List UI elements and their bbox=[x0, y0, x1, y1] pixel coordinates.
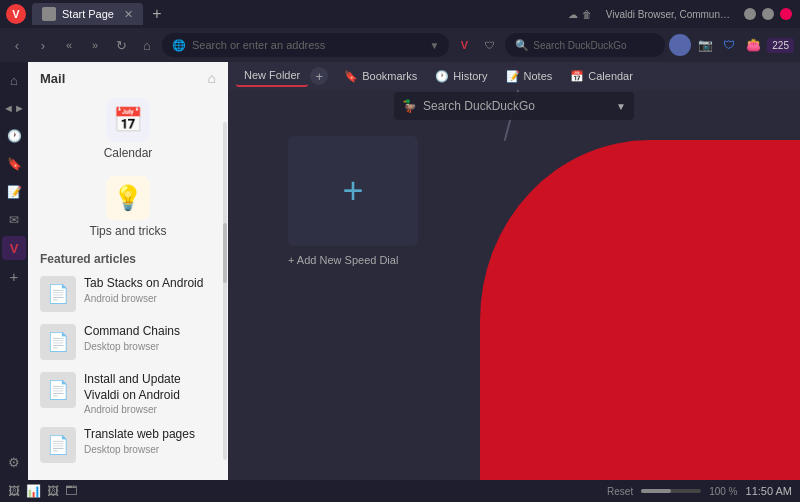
article-thumb-0: 📄 bbox=[40, 276, 76, 312]
panel-scrollbar bbox=[223, 122, 227, 460]
tab-label: Start Page bbox=[62, 8, 114, 20]
shield-icon-btn[interactable]: 🛡 bbox=[479, 34, 501, 56]
new-folder-button[interactable]: New Folder bbox=[236, 65, 308, 87]
content-search-box[interactable]: 🦆 Search DuckDuckGo ▼ bbox=[394, 92, 634, 120]
forward-button[interactable]: › bbox=[32, 34, 54, 56]
new-tab-button[interactable]: + bbox=[147, 4, 167, 24]
duckduckgo-icon: 🔍 bbox=[515, 39, 529, 52]
trash-icon[interactable]: 🗑 bbox=[582, 9, 592, 20]
sidebar-item-history[interactable]: 🕐 bbox=[2, 124, 26, 148]
article-item-translate[interactable]: 📄 Translate web pages Desktop browser bbox=[28, 421, 228, 469]
article-title-2: Install and Update Vivaldi on Android bbox=[84, 372, 216, 403]
content-area: New Folder + 🔖 Bookmarks 🕐 History 📝 Not… bbox=[228, 62, 800, 480]
zoom-control[interactable]: 100 % bbox=[641, 486, 737, 497]
featured-articles-title: Featured articles bbox=[28, 246, 228, 270]
cloud-icon[interactable]: ☁ bbox=[568, 9, 578, 20]
home-button[interactable]: ⌂ bbox=[136, 34, 158, 56]
add-speed-dial-tile[interactable]: + bbox=[288, 136, 418, 246]
notes-icon: 📝 bbox=[506, 70, 520, 83]
maximize-button[interactable] bbox=[762, 8, 774, 20]
article-sub-1: Desktop browser bbox=[84, 341, 216, 352]
status-icon-image2[interactable]: 🖼 bbox=[47, 484, 59, 498]
zoom-label: 100 % bbox=[709, 486, 737, 497]
panel-home-icon[interactable]: ⌂ bbox=[208, 70, 216, 86]
article-title-1: Command Chains bbox=[84, 324, 216, 340]
article-sub-2: Android browser bbox=[84, 404, 216, 415]
extensions-count[interactable]: 225 bbox=[767, 38, 794, 53]
wallet-icon[interactable]: 👛 bbox=[743, 35, 763, 55]
tips-icon: 💡 bbox=[106, 176, 150, 220]
status-icon-window[interactable]: 🗔 bbox=[65, 484, 77, 498]
close-button[interactable] bbox=[780, 8, 792, 20]
panel-item-tips[interactable]: 💡 Tips and tricks bbox=[28, 168, 228, 246]
main-area: ⌂ ◄► 🕐 🔖 📝 ✉ V + ⚙ Mail ⌂ 📅 Calendar 💡 T… bbox=[0, 62, 800, 480]
article-sub-0: Android browser bbox=[84, 293, 216, 304]
back-button[interactable]: ‹ bbox=[6, 34, 28, 56]
search-dropdown-arrow[interactable]: ▼ bbox=[616, 101, 626, 112]
panel-scroll[interactable]: 📅 Calendar 💡 Tips and tricks Featured ar… bbox=[28, 90, 228, 480]
sidebar-item-mail[interactable]: ✉ bbox=[2, 208, 26, 232]
sidebar-item-vivaldi[interactable]: V bbox=[2, 236, 26, 260]
vivaldi-icon-btn[interactable]: V bbox=[453, 34, 475, 56]
article-thumb-1: 📄 bbox=[40, 324, 76, 360]
tips-label: Tips and tricks bbox=[90, 224, 167, 238]
sidebar-item-back-forward[interactable]: ◄► bbox=[2, 96, 26, 120]
calendar-button[interactable]: 📅 Calendar bbox=[562, 65, 641, 87]
article-item-tab-stacks[interactable]: 📄 Tab Stacks on Android Android browser bbox=[28, 270, 228, 318]
add-bookmark-button[interactable]: + bbox=[310, 67, 328, 85]
article-item-install-vivaldi[interactable]: 📄 Install and Update Vivaldi on Android … bbox=[28, 366, 228, 421]
address-lock-icon: ▼ bbox=[429, 40, 439, 51]
article-sub-3: Desktop browser bbox=[84, 444, 216, 455]
titlebar: V Start Page ✕ + ☁ 🗑 Vivaldi Browser, Co… bbox=[0, 0, 800, 28]
bookmarks-icon: 🔖 bbox=[344, 70, 358, 83]
add-new-speed-dial-label[interactable]: + Add New Speed Dial bbox=[288, 254, 418, 266]
statusbar: 🖼 📊 🖼 🗔 Reset 100 % 11:50 AM bbox=[0, 480, 800, 502]
speed-dial-container: + + Add New Speed Dial bbox=[288, 136, 418, 266]
reset-button[interactable]: Reset bbox=[607, 486, 633, 497]
search-placeholder: Search DuckDuckGo bbox=[533, 40, 626, 51]
bookmarks-button[interactable]: 🔖 Bookmarks bbox=[336, 65, 425, 87]
speed-dial-plus-icon: + bbox=[342, 170, 363, 212]
left-sidebar: ⌂ ◄► 🕐 🔖 📝 ✉ V + ⚙ bbox=[0, 62, 28, 480]
calendar-label: Calendar bbox=[104, 146, 153, 160]
zoom-bar-fill bbox=[641, 489, 671, 493]
content-search-placeholder: Search DuckDuckGo bbox=[423, 99, 535, 113]
history-button[interactable]: 🕐 History bbox=[427, 65, 495, 87]
camera-icon[interactable]: 📷 bbox=[695, 35, 715, 55]
duckduckgo-search-icon: 🦆 bbox=[402, 99, 417, 113]
status-icon-chart[interactable]: 📊 bbox=[26, 484, 41, 498]
minimize-button[interactable] bbox=[744, 8, 756, 20]
sidebar-item-notes[interactable]: 📝 bbox=[2, 180, 26, 204]
tab-favicon bbox=[42, 7, 56, 21]
search-bar[interactable]: 🔍 Search DuckDuckGo bbox=[505, 33, 665, 57]
panel-item-calendar[interactable]: 📅 Calendar bbox=[28, 90, 228, 168]
panel: Mail ⌂ 📅 Calendar 💡 Tips and tricks Feat… bbox=[28, 62, 228, 480]
tab-close-icon[interactable]: ✕ bbox=[124, 8, 133, 21]
shield-badge-icon[interactable]: 🛡 bbox=[719, 35, 739, 55]
panel-title: Mail bbox=[40, 71, 65, 86]
address-text: Search or enter an address bbox=[192, 39, 325, 51]
panel-scrollbar-thumb bbox=[223, 223, 227, 283]
article-title-0: Tab Stacks on Android bbox=[84, 276, 216, 292]
status-icon-image[interactable]: 🖼 bbox=[8, 484, 20, 498]
time-display: 11:50 AM bbox=[746, 485, 792, 497]
speed-dial-area: 🦆 Search DuckDuckGo ▼ + + Add New Speed … bbox=[228, 62, 800, 480]
article-thumb-3: 📄 bbox=[40, 427, 76, 463]
navbar: ‹ › « » ↻ ⌂ 🌐 Search or enter an address… bbox=[0, 28, 800, 62]
notes-button[interactable]: 📝 Notes bbox=[498, 65, 561, 87]
skip-button[interactable]: » bbox=[84, 34, 106, 56]
reload-button[interactable]: ↻ bbox=[110, 34, 132, 56]
sidebar-item-settings[interactable]: ⚙ bbox=[2, 450, 26, 474]
rewind-button[interactable]: « bbox=[58, 34, 80, 56]
address-bar[interactable]: 🌐 Search or enter an address ▼ bbox=[162, 33, 449, 57]
article-title-3: Translate web pages bbox=[84, 427, 216, 443]
sidebar-item-bookmarks[interactable]: 🔖 bbox=[2, 152, 26, 176]
active-tab[interactable]: Start Page ✕ bbox=[32, 3, 143, 25]
article-item-command-chains[interactable]: 📄 Command Chains Desktop browser bbox=[28, 318, 228, 366]
vivaldi-logo[interactable]: V bbox=[6, 4, 26, 24]
window-controls: ☁ 🗑 Vivaldi Browser, Commun… bbox=[568, 8, 792, 20]
sidebar-item-home[interactable]: ⌂ bbox=[2, 68, 26, 92]
user-avatar[interactable] bbox=[669, 34, 691, 56]
statusbar-right: Reset 100 % 11:50 AM bbox=[607, 485, 792, 497]
sidebar-item-add[interactable]: + bbox=[2, 264, 26, 288]
